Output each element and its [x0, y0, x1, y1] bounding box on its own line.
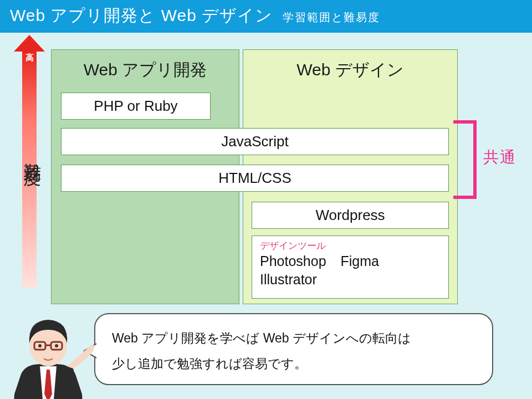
avatar-hand-icon: [66, 345, 94, 369]
tool-illustrator: Illustrator: [260, 272, 317, 288]
toolbox-items: Photoshop Figma Illustrator: [260, 253, 441, 288]
avatar-eye-right-icon: [55, 344, 58, 347]
avatar: [1, 311, 95, 399]
difficulty-arrow: 高: [14, 49, 44, 304]
skill-wordpress: Wordpress: [252, 202, 449, 229]
avatar-arm-icon: [66, 366, 80, 394]
arrow-top-label: 高: [25, 53, 34, 63]
avatar-eye-left-icon: [38, 344, 42, 347]
diagram-canvas: 高 難易度 Web アプリ開発 Web デザイン PHP or Ruby Jav…: [0, 33, 532, 365]
panel-design-title: Web デザイン: [243, 50, 457, 87]
arrow-up-icon: 高: [22, 49, 37, 288]
page-title: Web アプリ開発と Web デザイン: [10, 4, 273, 27]
skill-html-css: HTML/CSS: [61, 165, 449, 192]
tool-figma: Figma: [341, 253, 379, 269]
design-toolbox: デザインツール Photoshop Figma Illustrator: [252, 236, 449, 299]
bubble-line-1: Web アプリ開発を学べば Web デザインへの転向は: [112, 325, 475, 351]
difficulty-axis-label: 難易度: [20, 149, 44, 156]
tool-photoshop: Photoshop: [260, 253, 326, 269]
speech-bubble: Web アプリ開発を学べば Web デザインへの転向は 少し追加で勉強すれば容易…: [94, 313, 493, 385]
skill-php-ruby: PHP or Ruby: [61, 93, 211, 120]
panel-dev-title: Web アプリ開発: [52, 50, 239, 87]
bubble-line-2: 少し追加で勉強すれば容易です。: [112, 351, 475, 376]
common-bracket-label: 共通: [483, 147, 516, 168]
header-bar: Web アプリ開発と Web デザイン 学習範囲と難易度: [0, 0, 532, 33]
common-bracket-icon: [453, 120, 477, 199]
page-subtitle: 学習範囲と難易度: [283, 10, 380, 25]
toolbox-caption: デザインツール: [260, 239, 441, 252]
skill-javascript: JavaScript: [61, 128, 449, 155]
